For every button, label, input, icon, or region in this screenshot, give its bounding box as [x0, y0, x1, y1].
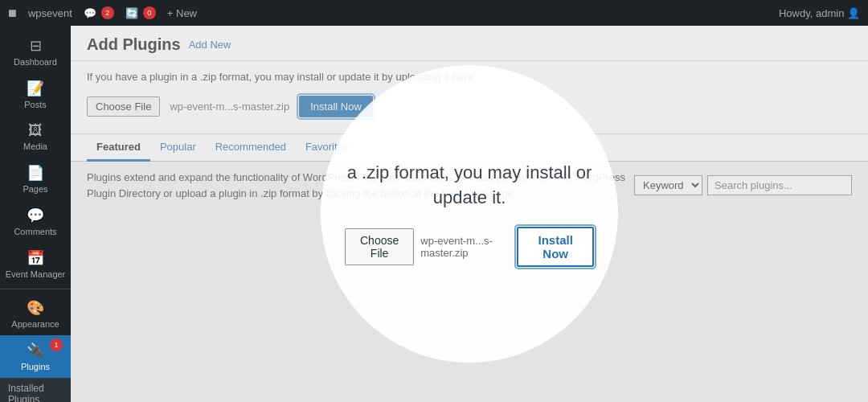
search-controls: Keyword [634, 175, 852, 195]
tab-recommended[interactable]: Recommended [206, 134, 296, 162]
page-header: Add Plugins Add New [71, 26, 868, 61]
tabs-row: Featured Popular Recommended Favorites [71, 134, 868, 162]
sidebar-sub-installed-plugins[interactable]: Installed Plugins [0, 378, 71, 402]
updates-link[interactable]: 🔄 0 [125, 6, 156, 19]
plugins-icon: 🔌 [27, 342, 44, 359]
sidebar-item-pages[interactable]: 📄 Pages [0, 158, 71, 200]
install-now-button[interactable]: Install Now [299, 96, 373, 117]
search-description: Plugins extend and expand the functional… [87, 170, 634, 201]
search-row: Plugins extend and expand the functional… [71, 162, 868, 209]
dashboard-icon: ⊟ [30, 37, 42, 55]
comments-badge: 2 [101, 6, 114, 19]
sidebar-item-posts[interactable]: 📝 Posts [0, 73, 71, 116]
tab-popular[interactable]: Popular [150, 134, 206, 162]
sidebar: ⊟ Dashboard 📝 Posts 🖼 Media 📄 Pages 💬 Co… [0, 26, 71, 402]
choose-file-button[interactable]: Choose File [87, 96, 160, 117]
site-name[interactable]: wpsevent [28, 7, 72, 19]
sidebar-plugins-submenu: Installed Plugins Add New Plugin File Ed… [0, 378, 71, 402]
howdy-text: Howdy, admin 👤 [779, 7, 860, 19]
upload-section: If you have a plugin in a .zip format, y… [71, 61, 868, 134]
plugins-badge: 1 [50, 338, 63, 351]
magnified-form-row: Choose File wp-event-m...s-master.zip In… [345, 227, 594, 267]
wp-logo-icon[interactable]: ■ [8, 5, 17, 22]
sidebar-item-plugins[interactable]: 🔌 Plugins 1 [0, 335, 71, 378]
appearance-icon: 🎨 [27, 299, 44, 317]
magnified-file-name: wp-event-m...s-master.zip [420, 235, 510, 259]
top-bar-left: ■ wpsevent 💬 2 🔄 0 + New [8, 5, 197, 22]
layout: ⊟ Dashboard 📝 Posts 🖼 Media 📄 Pages 💬 Co… [0, 26, 868, 402]
tab-favorites[interactable]: Favorites [296, 134, 358, 162]
upload-form-row: Choose File wp-event-m...s-master.zip In… [87, 89, 852, 124]
new-link[interactable]: + New [167, 7, 197, 19]
file-name-display: wp-event-m...s-master.zip [170, 100, 289, 113]
media-icon: 🖼 [28, 122, 43, 139]
main-content: Add Plugins Add New If you have a plugin… [71, 26, 868, 402]
search-input[interactable] [707, 175, 852, 195]
comments-icon: 💬 [27, 207, 44, 224]
posts-icon: 📝 [27, 80, 44, 97]
upload-description: If you have a plugin in a .zip format, y… [87, 71, 852, 83]
page-title: Add Plugins [87, 35, 181, 54]
add-new-link[interactable]: Add New [189, 39, 231, 51]
sidebar-item-comments[interactable]: 💬 Comments [0, 200, 71, 243]
updates-badge: 0 [143, 6, 156, 19]
sidebar-item-event-manager[interactable]: 📅 Event Manager [0, 243, 71, 285]
magnified-install-now-button[interactable]: Install Now [517, 227, 594, 267]
tab-featured[interactable]: Featured [87, 134, 150, 162]
page-title-row: Add Plugins Add New [87, 35, 852, 54]
comments-link[interactable]: 💬 2 [84, 6, 114, 19]
sidebar-item-appearance[interactable]: 🎨 Appearance [0, 293, 71, 335]
pages-icon: 📄 [27, 164, 44, 182]
sidebar-item-media[interactable]: 🖼 Media [0, 116, 71, 158]
event-manager-icon: 📅 [27, 249, 44, 267]
sidebar-divider [0, 289, 71, 289]
magnified-choose-file-button[interactable]: Choose File [345, 228, 414, 265]
keyword-select[interactable]: Keyword [634, 175, 702, 195]
upload-text: If you have a plugin in a .zip format, y… [87, 71, 476, 83]
top-bar: ■ wpsevent 💬 2 🔄 0 + New Howdy, admin 👤 [0, 0, 868, 26]
sidebar-item-dashboard[interactable]: ⊟ Dashboard [0, 31, 71, 73]
